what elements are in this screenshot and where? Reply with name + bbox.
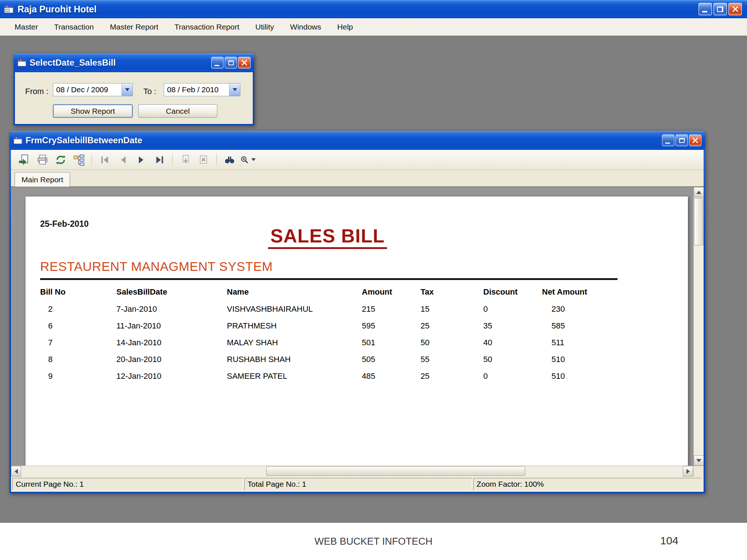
find-icon[interactable] [221,152,237,168]
table-cell: 25 [421,318,483,334]
table-row: 611-Jan-2010PRATHMESH5952535585 [40,318,631,334]
report-close-button[interactable] [689,135,701,146]
table-cell: 50 [421,334,483,351]
table-row: 912-Jan-2010SAMEER PATEL485250510 [40,368,631,385]
scroll-right-button[interactable] [683,466,693,477]
status-current-page: Current Page No.: 1 [12,478,243,490]
close-view-icon[interactable] [196,152,212,168]
vertical-scroll-thumb[interactable] [694,198,703,245]
report-window-title: FrmCrySalebillBetweenDate [26,135,142,145]
col-amount: Amount [362,283,421,301]
report-minimize-button[interactable] [662,135,674,146]
table-cell: 7 [40,334,116,351]
maximize-icon [679,138,685,143]
table-cell: 25 [421,368,483,385]
report-table: Bill No SalesBillDate Name Amount Tax Di… [40,283,631,385]
menu-master[interactable]: Master [7,19,46,35]
table-row: 820-Jan-2010RUSHABH SHAH5055550510 [40,351,631,368]
cancel-button[interactable]: Cancel [138,104,217,118]
footer-page-number: 104 [660,534,678,547]
form-icon [13,136,23,145]
table-cell: 8 [40,351,116,368]
horizontal-scroll-thumb[interactable] [266,466,525,476]
vertical-scrollbar[interactable] [693,187,704,466]
dialog-minimize-button[interactable] [211,57,224,69]
form-icon [17,58,27,67]
table-cell: 50 [483,351,542,368]
table-cell: PRATHMESH [227,318,362,334]
print-icon[interactable] [34,152,50,168]
restore-button[interactable] [713,3,727,15]
report-window-controls [662,135,701,146]
col-name: Name [227,283,362,301]
report-rule [40,278,618,280]
table-cell: MALAY SHAH [227,334,362,351]
screen: Raja Purohit Hotel Master Transaction Ma… [0,0,747,560]
from-label: From : [25,87,49,96]
table-cell: 505 [362,351,421,368]
table-cell: 501 [362,334,421,351]
refresh-icon[interactable] [53,152,69,168]
menu-master-report[interactable]: Master Report [102,19,166,35]
table-cell: 11-Jan-2010 [116,318,227,334]
menu-utility[interactable]: Utility [247,19,282,35]
report-tabstrip: Main Report [11,170,704,187]
scroll-down-button[interactable] [694,455,704,466]
dialog-titlebar[interactable]: SelectDate_SalesBill [13,53,254,72]
to-date-value: 08 / Feb / 2010 [164,85,229,94]
select-date-dialog: SelectDate_SalesBill From : 08 / Dec / 2… [13,53,254,125]
report-maximize-button[interactable] [676,135,688,146]
status-zoom-factor: Zoom Factor: 100% [473,478,702,490]
table-cell: 0 [483,301,542,318]
table-cell: 595 [362,318,421,334]
report-titlebar[interactable]: FrmCrySalebillBetweenDate [9,131,705,150]
dialog-maximize-button[interactable] [225,57,237,69]
report-title: SALES BILL [268,225,387,249]
minimize-button[interactable] [698,3,712,15]
close-button[interactable] [728,3,742,15]
next-page-icon[interactable] [133,152,149,168]
report-title-wrap: SALES BILL [26,225,630,247]
to-date-combobox[interactable]: 08 / Feb / 2010 [164,83,240,96]
from-date-combobox[interactable]: 08 / Dec / 2009 [53,83,133,96]
horizontal-scrollbar[interactable] [11,466,704,477]
menu-windows[interactable]: Windows [282,19,329,35]
prev-page-icon[interactable] [115,152,131,168]
from-dropdown-button[interactable] [121,83,132,96]
menu-transaction[interactable]: Transaction [46,19,102,35]
menu-help[interactable]: Help [329,19,361,35]
dialog-window-controls [211,57,251,69]
tab-main-report[interactable]: Main Report [15,172,70,187]
app-window: Raja Purohit Hotel Master Transaction Ma… [0,0,747,523]
show-report-button[interactable]: Show Report [53,104,133,118]
menu-transaction-report[interactable]: Transaction Report [166,19,247,35]
slide-footer: WEB BUCKET INFOTECH 104 [0,523,747,560]
chevron-down-icon [233,88,237,91]
arrow-right-icon [686,469,690,474]
col-salesbilldate: SalesBillDate [116,283,227,301]
export-icon[interactable] [16,152,32,168]
scroll-up-button[interactable] [694,187,704,197]
toolbar-separator [172,153,173,166]
dialog-body: From : 08 / Dec / 2009 To : 08 / Feb / 2… [15,72,253,124]
mdi-area: SelectDate_SalesBill From : 08 / Dec / 2… [0,36,747,523]
report-page: 25-Feb-2010 SALES BILL RESTAURENT MANAGM… [26,197,688,466]
table-cell: 230 [542,301,631,318]
last-page-icon[interactable] [151,152,167,168]
report-subtitle: RESTAURENT MANAGMENT SYSTEM [40,259,273,274]
toolbar-separator [92,153,92,166]
to-dropdown-button[interactable] [229,83,240,96]
app-titlebar[interactable]: Raja Purohit Hotel [0,0,747,18]
table-cell: 9 [40,368,116,385]
group-tree-icon[interactable] [71,152,87,168]
app-icon [4,4,14,14]
report-statusbar: Current Page No.: 1 Total Page No.: 1 Zo… [11,477,704,492]
chevron-down-icon [125,88,129,91]
scroll-left-button[interactable] [11,466,21,477]
minimize-icon [214,65,219,66]
zoom-icon[interactable] [240,152,256,168]
dialog-close-button[interactable] [238,57,251,69]
goto-page-icon[interactable] [177,152,193,168]
first-page-icon[interactable] [97,152,113,168]
to-label: To : [143,87,156,96]
